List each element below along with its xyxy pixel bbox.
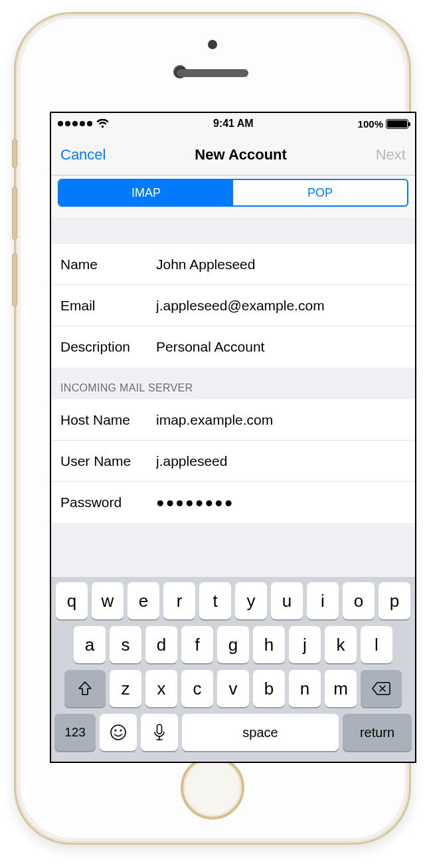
key-v[interactable]: v <box>217 670 249 707</box>
battery-icon <box>386 119 408 129</box>
password-label: Password <box>60 494 156 510</box>
screen: 9:41 AM 100% Cancel New Account Next IMA… <box>50 112 416 763</box>
volume-up <box>12 187 17 240</box>
name-label: Name <box>60 257 156 272</box>
cancel-button[interactable]: Cancel <box>60 146 106 163</box>
svg-point-1 <box>114 729 116 731</box>
numbers-key[interactable]: 123 <box>54 714 96 751</box>
key-p[interactable]: p <box>379 582 410 619</box>
backspace-icon <box>371 681 391 696</box>
key-m[interactable]: m <box>325 670 357 707</box>
description-field[interactable] <box>156 339 406 355</box>
user-field[interactable] <box>156 453 406 469</box>
key-n[interactable]: n <box>289 670 321 707</box>
svg-point-2 <box>120 729 122 731</box>
kb-row-4: 123 <box>54 714 412 751</box>
dictation-key[interactable] <box>141 714 178 751</box>
status-time: 9:41 AM <box>213 118 254 130</box>
key-f[interactable]: f <box>181 626 213 663</box>
iphone-frame: 9:41 AM 100% Cancel New Account Next IMA… <box>14 12 411 845</box>
key-t[interactable]: t <box>199 582 231 619</box>
section-gap <box>51 217 415 244</box>
proximity-sensor <box>208 40 217 49</box>
nav-bar: Cancel New Account Next <box>51 134 415 175</box>
key-i[interactable]: i <box>307 582 339 619</box>
wifi-icon <box>96 119 109 128</box>
email-label: Email <box>60 298 156 314</box>
incoming-server-header: INCOMING MAIL SERVER <box>51 368 415 399</box>
kb-row-1: qwertyuiop <box>54 582 412 619</box>
host-label: Host Name <box>60 412 156 428</box>
microphone-icon <box>153 723 166 742</box>
key-b[interactable]: b <box>253 670 285 707</box>
emoji-icon <box>109 723 128 742</box>
key-j[interactable]: j <box>289 626 321 663</box>
status-bar: 9:41 AM 100% <box>51 113 415 134</box>
mute-switch <box>12 139 17 168</box>
tab-pop[interactable]: POP <box>233 180 407 205</box>
key-r[interactable]: r <box>163 582 195 619</box>
key-g[interactable]: g <box>217 626 249 663</box>
key-c[interactable]: c <box>181 670 213 707</box>
tab-imap[interactable]: IMAP <box>59 180 233 205</box>
key-u[interactable]: u <box>271 582 303 619</box>
key-e[interactable]: e <box>128 582 159 619</box>
svg-rect-3 <box>157 724 162 734</box>
kb-row-2: asdfghjkl <box>54 626 412 663</box>
row-name: Name <box>51 244 415 285</box>
home-button[interactable] <box>181 756 244 819</box>
row-description: Description <box>51 326 415 368</box>
password-field[interactable]: ●●●●●●●● <box>156 494 406 510</box>
key-h[interactable]: h <box>253 626 285 663</box>
account-info-group: Name Email Description <box>51 244 415 368</box>
description-label: Description <box>60 339 156 355</box>
key-o[interactable]: o <box>343 582 375 619</box>
volume-down <box>12 253 17 306</box>
key-y[interactable]: y <box>235 582 267 619</box>
signal-dots-icon <box>58 121 92 126</box>
backspace-key[interactable] <box>361 670 402 707</box>
key-w[interactable]: w <box>92 582 124 619</box>
key-q[interactable]: q <box>56 582 88 619</box>
row-host: Host Name <box>51 399 415 441</box>
row-user: User Name <box>51 441 415 482</box>
shift-key[interactable] <box>64 670 106 707</box>
shift-icon <box>77 681 93 697</box>
return-key[interactable]: return <box>343 714 412 751</box>
key-z[interactable]: z <box>110 670 141 707</box>
host-field[interactable] <box>156 412 406 428</box>
row-password: Password ●●●●●●●● <box>51 482 415 523</box>
next-button[interactable]: Next <box>376 146 406 163</box>
protocol-segmented-control: IMAP POP <box>58 179 408 207</box>
key-a[interactable]: a <box>74 626 106 663</box>
earpiece <box>177 69 248 77</box>
key-s[interactable]: s <box>110 626 141 663</box>
page-title: New Account <box>195 146 287 163</box>
row-email: Email <box>51 285 415 326</box>
name-field[interactable] <box>156 257 406 272</box>
email-field[interactable] <box>156 298 406 314</box>
incoming-server-group: Host Name User Name Password ●●●●●●●● <box>51 399 415 523</box>
keyboard: qwertyuiop asdfghjkl zxcvbnm <box>51 577 415 762</box>
battery-percent: 100% <box>358 118 383 130</box>
key-x[interactable]: x <box>145 670 177 707</box>
emoji-key[interactable] <box>100 714 137 751</box>
space-key[interactable]: space <box>182 714 339 751</box>
svg-point-0 <box>111 725 126 740</box>
user-label: User Name <box>60 453 156 469</box>
kb-row-3: zxcvbnm <box>54 670 412 707</box>
key-l[interactable]: l <box>361 626 392 663</box>
key-d[interactable]: d <box>145 626 177 663</box>
key-k[interactable]: k <box>325 626 357 663</box>
